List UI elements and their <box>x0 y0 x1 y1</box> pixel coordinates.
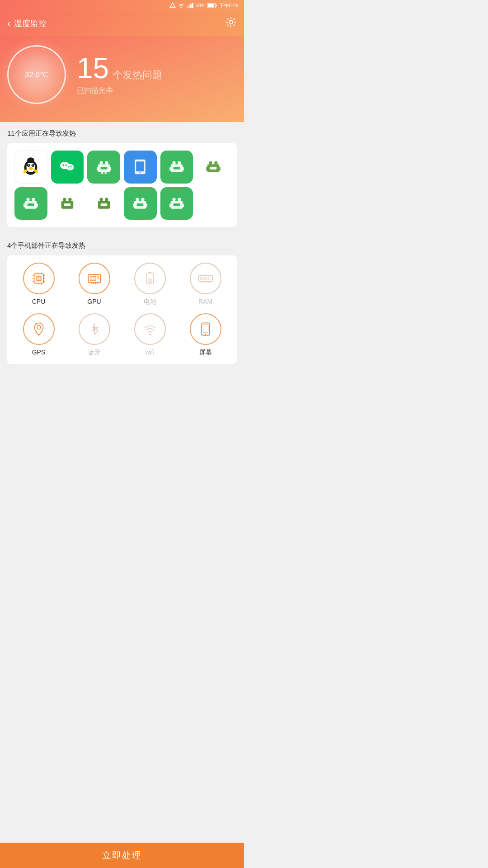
temperature-value: 32.0℃ <box>25 70 48 80</box>
header-left: ‹ 温度监控 <box>7 18 47 29</box>
svg-point-22 <box>66 164 74 171</box>
gpu-label: GPU <box>87 298 101 305</box>
app-section-title: 11个应用正在导致发热 <box>7 129 237 138</box>
svg-text:!: ! <box>172 5 173 8</box>
svg-point-51 <box>27 198 30 201</box>
list-item[interactable] <box>160 151 193 184</box>
status-icons: ! 59% 下午8:29 <box>169 2 239 9</box>
page-title: 温度监控 <box>14 18 47 29</box>
temperature-gauge: 32.0℃ <box>7 45 66 104</box>
svg-rect-94 <box>97 277 99 278</box>
list-item[interactable] <box>124 187 157 220</box>
svg-rect-53 <box>28 203 34 206</box>
svg-point-65 <box>136 198 139 201</box>
svg-rect-4 <box>190 4 192 8</box>
gpu-circle <box>79 263 110 294</box>
issue-label: 个发热问题 <box>113 68 162 82</box>
battery-icon <box>207 3 217 8</box>
svg-point-45 <box>209 161 212 165</box>
svg-rect-5 <box>192 3 193 8</box>
component-section: 4个手机部件正在导致发热 <box>0 234 244 364</box>
svg-point-61 <box>99 198 103 201</box>
comp-item-gps[interactable]: GPS <box>14 313 63 357</box>
screen-label: 屏幕 <box>199 349 212 357</box>
svg-rect-42 <box>169 167 171 171</box>
svg-point-66 <box>141 198 145 201</box>
svg-rect-7 <box>208 4 214 7</box>
svg-rect-36 <box>136 162 145 172</box>
svg-point-57 <box>63 198 66 201</box>
settings-icon[interactable] <box>225 16 237 31</box>
svg-point-39 <box>172 161 175 165</box>
svg-point-29 <box>105 161 108 165</box>
list-item[interactable] <box>124 151 157 184</box>
svg-point-20 <box>27 158 34 164</box>
battery-label: 电池 <box>144 298 156 306</box>
list-item[interactable] <box>87 187 120 220</box>
svg-point-17 <box>29 167 33 170</box>
comp-item-battery: 电池 <box>126 263 174 306</box>
svg-rect-49 <box>218 167 220 171</box>
list-item[interactable] <box>14 187 47 220</box>
svg-rect-69 <box>145 203 147 208</box>
list-item[interactable] <box>87 151 120 184</box>
svg-point-52 <box>32 198 35 201</box>
svg-rect-8 <box>216 5 217 6</box>
svg-rect-30 <box>100 167 107 170</box>
svg-point-16 <box>33 165 33 165</box>
list-item[interactable] <box>14 151 47 184</box>
svg-rect-102 <box>148 278 152 281</box>
svg-rect-101 <box>148 272 151 274</box>
svg-point-72 <box>178 198 181 201</box>
svg-rect-75 <box>182 203 184 208</box>
ram-circle <box>190 263 221 294</box>
svg-point-25 <box>68 166 69 168</box>
svg-rect-34 <box>104 172 106 175</box>
svg-rect-3 <box>188 5 190 8</box>
ram-label: RAM <box>198 298 212 305</box>
svg-point-114 <box>149 334 151 335</box>
svg-point-23 <box>62 165 64 166</box>
svg-rect-31 <box>97 167 99 171</box>
comp-item-gpu[interactable]: GPU <box>70 263 118 306</box>
svg-point-62 <box>105 198 108 201</box>
svg-rect-107 <box>205 277 207 280</box>
svg-rect-68 <box>133 203 135 208</box>
comp-section-title: 4个手机部件正在导致发热 <box>7 241 237 250</box>
comp-grid: CPU GPU <box>14 263 230 357</box>
list-item[interactable] <box>51 151 84 184</box>
gps-label: GPS <box>32 349 46 356</box>
svg-point-1 <box>180 7 181 8</box>
svg-rect-108 <box>207 277 209 280</box>
svg-rect-106 <box>202 277 204 280</box>
back-button[interactable]: ‹ <box>7 18 10 29</box>
issue-count: 15 <box>77 54 109 83</box>
list-item[interactable] <box>160 187 193 220</box>
battery-circle <box>134 263 166 294</box>
time: 下午8:29 <box>219 2 239 9</box>
list-item[interactable] <box>51 187 84 220</box>
svg-point-58 <box>68 198 71 201</box>
svg-rect-43 <box>182 167 184 171</box>
warning-icon: ! <box>169 2 176 9</box>
wifi-circle <box>134 313 166 345</box>
svg-rect-92 <box>89 276 96 281</box>
svg-point-28 <box>99 161 103 165</box>
comp-card: CPU GPU <box>7 255 237 364</box>
svg-rect-73 <box>174 203 180 206</box>
wifi-label: wifi <box>145 349 154 356</box>
list-item[interactable] <box>197 151 230 184</box>
svg-rect-55 <box>36 203 38 208</box>
status-bar: ! 59% 下午8:29 <box>0 0 244 11</box>
bluetooth-circle <box>79 313 110 345</box>
svg-rect-33 <box>101 172 103 175</box>
comp-item-screen[interactable]: 屏幕 <box>181 313 230 357</box>
svg-rect-95 <box>97 278 99 279</box>
svg-point-12 <box>27 162 35 172</box>
svg-point-24 <box>65 165 67 166</box>
app-grid <box>14 151 230 220</box>
comp-item-cpu[interactable]: CPU <box>14 263 63 306</box>
hero-section: 32.0℃ 15 个发热问题 已扫描完毕 <box>0 36 244 122</box>
hero-info: 15 个发热问题 已扫描完毕 <box>77 54 237 96</box>
screen-circle <box>190 313 221 345</box>
